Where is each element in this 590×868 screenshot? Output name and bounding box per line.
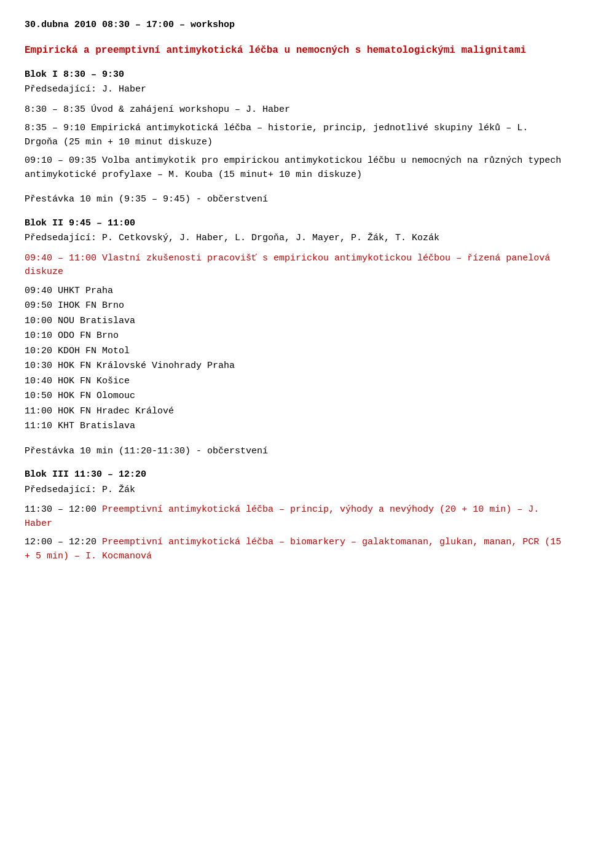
panel-entry-10: 11:10 KHT Bratislava — [25, 420, 565, 434]
date-title: 30.dubna 2010 08:30 – 17:00 – workshop — [25, 20, 235, 30]
block1-item-3: 09:10 – 09:35 Volba antimykotik pro empi… — [25, 154, 565, 182]
block1-item-2: 8:35 – 9:10 Empirická antimykotická léčb… — [25, 122, 565, 149]
main-title: Empirická a preemptivní antimykotická lé… — [25, 44, 565, 57]
block1-item2-text: 8:35 – 9:10 Empirická antimykotická léčb… — [25, 123, 528, 147]
block1: Blok I 8:30 – 9:30 Předsedající: J. Habe… — [25, 68, 565, 182]
panel-entry-3: 10:00 NOU Bratislava — [25, 315, 565, 329]
block3-item2-text: Preemptivní antimykotická léčba – biomar… — [25, 537, 561, 561]
block3-item-1: 11:30 – 12:00 Preemptivní antimykotická … — [25, 503, 565, 531]
panel-entry-9: 11:00 HOK FN Hradec Králové — [25, 405, 565, 419]
block3-item-2: 12:00 – 12:20 Preemptivní antimykotická … — [25, 536, 565, 563]
break2: Přestávka 10 min (11:20-11:30) - občerst… — [25, 445, 565, 459]
block3-item1-text: Preemptivní antimykotická léčba – princi… — [25, 504, 539, 529]
block1-item1-time: 8:30 – 8:35 Úvod & zahájení workshopu – … — [25, 104, 290, 115]
block2-session-time: 09:40 – 11:00 — [25, 253, 102, 264]
panel-entries: 09:40 UHKT Praha 09:50 IHOK FN Brno 10:0… — [25, 284, 565, 434]
block1-predsedajici: Předsedající: J. Haber — [25, 83, 565, 97]
block3-item1-time: 11:30 – 12:00 — [25, 504, 102, 515]
block2-predsedajici: Předsedající: P. Cetkovský, J. Haber, L.… — [25, 232, 565, 246]
panel-entry-4: 10:10 ODO FN Brno — [25, 329, 565, 343]
block3: Blok III 11:30 – 12:20 Předsedající: P. … — [25, 468, 565, 563]
block3-item2-time: 12:00 – 12:20 — [25, 537, 102, 547]
block1-title: Blok I 8:30 – 9:30 — [25, 68, 565, 82]
block2: Blok II 9:45 – 11:00 Předsedající: P. Ce… — [25, 217, 565, 434]
block2-session-header: 09:40 – 11:00 Vlastní zkušenosti pracovi… — [25, 252, 565, 280]
block1-item3-text: 09:10 – 09:35 Volba antimykotik pro empi… — [25, 155, 561, 180]
panel-entry-8: 10:50 HOK FN Olomouc — [25, 389, 565, 404]
block3-title: Blok III 11:30 – 12:20 — [25, 468, 565, 482]
break1-text: Přestávka 10 min (9:35 – 9:45) - občerst… — [25, 194, 268, 205]
break1: Přestávka 10 min (9:35 – 9:45) - občerst… — [25, 193, 565, 207]
block2-title: Blok II 9:45 – 11:00 — [25, 217, 565, 231]
panel-entry-6: 10:30 HOK FN Královské Vinohrady Praha — [25, 359, 565, 373]
break2-text: Přestávka 10 min (11:20-11:30) - občerst… — [25, 446, 268, 456]
page-container: 30.dubna 2010 08:30 – 17:00 – workshop E… — [25, 18, 565, 563]
panel-entry-2: 09:50 IHOK FN Brno — [25, 299, 565, 313]
panel-entry-5: 10:20 KDOH FN Motol — [25, 345, 565, 359]
block3-predsedajici: Předsedající: P. Žák — [25, 483, 565, 498]
panel-entry-7: 10:40 HOK FN Košice — [25, 375, 565, 389]
block1-item-1: 8:30 – 8:35 Úvod & zahájení workshopu – … — [25, 103, 565, 117]
panel-entry-1: 09:40 UHKT Praha — [25, 284, 565, 299]
page-header: 30.dubna 2010 08:30 – 17:00 – workshop — [25, 18, 565, 33]
block2-session-title: Vlastní zkušenosti pracovišť s empiricko… — [25, 253, 550, 278]
